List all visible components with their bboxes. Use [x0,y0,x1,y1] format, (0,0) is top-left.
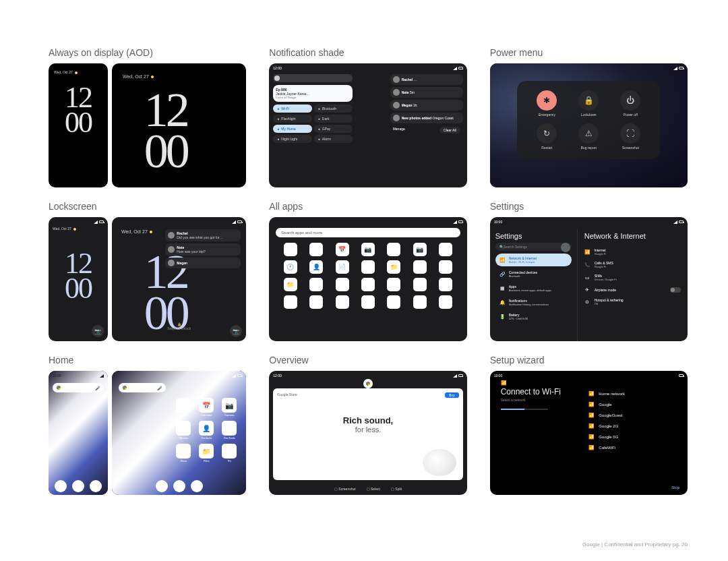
app-icon[interactable]: ● [439,243,452,256]
app-icon[interactable]: 👤 [309,260,323,274]
brightness-slider[interactable] [273,74,353,82]
app-icon[interactable]: M [439,295,452,309]
power-emergency[interactable]: ✱ [537,90,557,111]
notification-card[interactable]: RachelDid you see what you got for… [165,229,241,241]
skip-button[interactable]: Skip [671,485,679,490]
settings-search[interactable]: 🔍 Search Settings [495,243,572,251]
overview-action-screenshot[interactable]: ▢ Screenshot [334,487,356,491]
app-contacts[interactable]: 👤 [199,421,214,436]
app-files[interactable]: 📁 [199,444,214,459]
power-bug-report[interactable]: ⚠ [578,123,599,144]
qs-bluetooth[interactable]: ●Bluetooth [314,105,353,113]
power-screenshot[interactable]: ⛶ [620,123,640,144]
power-lockdown[interactable]: 🔒 [578,90,599,111]
settings-item-connected-devices[interactable]: 🔗Connected devicesBluetooth [495,268,572,280]
wifi-network[interactable]: 📶Google 5G [588,434,678,440]
settings-detail-calls-sms[interactable]: 📞Calls & SMSGoogle Fi [584,258,681,271]
qs-night light[interactable]: ●Night Light [273,135,312,143]
app-icon[interactable]: M [336,278,349,291]
app-icon[interactable]: 📁 [387,260,400,274]
notification-card[interactable]: Megan [165,258,241,268]
media-card[interactable]: Ep 986 Jackie Joyner-Kerse… Listen on Go… [273,85,353,102]
qs-alarm[interactable]: ●Alarm [314,135,353,143]
dock-app[interactable]: ▶ [90,480,102,492]
wifi-network[interactable]: 📶Google 2G [588,423,678,429]
app-icon[interactable]: 📄 [336,260,349,274]
settings-detail-airplane-mode[interactable]: ✈Airplane mode [584,284,681,295]
app-icon[interactable]: 📁 [284,278,297,291]
app-icon[interactable]: 📷 [361,243,375,256]
notification-card[interactable]: Megan 1h [390,100,463,111]
app-icon[interactable]: ▲ [336,295,349,309]
app-fit[interactable]: ♡ [222,444,237,459]
manage-button[interactable]: Manage [393,127,405,134]
app-icon[interactable]: G [387,278,400,291]
app-devtools[interactable]: ⚙ [222,421,237,436]
app-calendar[interactable]: 📅 [199,398,214,413]
notification-card[interactable]: Nate 5m [390,87,463,98]
notification-card[interactable]: NateHow was your trip? [165,243,241,256]
notification-card[interactable]: Rachel … [390,74,463,85]
allapps-search[interactable]: Search apps and more [276,228,460,237]
settings-item-battery[interactable]: 🔋Battery52% · Until 6:00 [495,310,572,323]
toggle-switch[interactable] [670,287,681,293]
power-power-off[interactable]: ⏻ [620,90,640,111]
app-icon[interactable]: ▲ [309,295,323,309]
wifi-network[interactable]: 📶Google [588,402,678,407]
overview-action-select[interactable]: ▢ Select [367,487,380,491]
qs-wi-fi[interactable]: ●Wi-Fi [273,105,312,113]
settings-detail-hotspot-tethering[interactable]: ⊙Hotspot & tetheringOff [584,295,681,308]
qs-my home[interactable]: ●My Home [273,125,312,133]
dock-app[interactable]: ▶ [191,480,203,492]
app-icon[interactable]: 📷 [413,243,427,256]
app-icon[interactable]: ● [439,260,452,274]
settings-item-network-internet[interactable]: 📶Network & InternetMobile, Wi-Fi, hotspo… [495,254,572,266]
app-chrome[interactable]: ● [176,421,191,436]
wifi-network[interactable]: 📶Home network [588,391,678,396]
overview-app-icon[interactable] [363,379,373,388]
app-icon[interactable]: 🕐 [284,260,297,274]
dock-app[interactable]: ● [173,480,185,492]
settings-item-notifications[interactable]: 🔔NotificationsNotification history, conv… [495,296,572,309]
overview-action-split[interactable]: ▢ Split [391,487,402,491]
app-icon[interactable]: 1 [284,295,297,309]
dock-app[interactable]: ● [72,480,84,492]
overview-card[interactable]: Google StoreBuy Rich sound, for less. [273,388,462,480]
notification-card[interactable]: New photos added Oregon Coast [390,113,463,123]
app-icon[interactable]: ● [387,243,400,256]
dock-app[interactable]: M [55,480,67,492]
settings-detail-sims[interactable]: ▭SIMsVerizon, Google Fi [584,271,681,284]
settings-detail-internet[interactable]: 📶InternetGoogle Fi [584,245,681,258]
app-icon[interactable]: ⋮ [439,278,452,291]
app-icon[interactable]: 🗺 [361,295,375,309]
app-icon[interactable]: ♡ [309,278,323,291]
profile-avatar-icon[interactable] [561,243,570,252]
wifi-network[interactable]: 📶CafeWiFi [588,445,678,450]
app-icon[interactable]: ▶ [413,295,427,309]
app-icon[interactable]: 📅 [336,243,349,256]
qs-gpay[interactable]: ●GPay [314,125,353,133]
app-icon[interactable]: M [387,295,400,309]
search-bar[interactable]: 🎤 [53,383,104,392]
app-camera[interactable]: 📷 [222,398,237,413]
app-icon[interactable]: M [361,278,375,291]
power-restart[interactable]: ↻ [537,123,557,144]
app-arcore[interactable]: ▲ [176,398,191,413]
app-icon[interactable]: ▲ [361,260,375,274]
qs-dark[interactable]: ●Dark [314,115,353,123]
avatar-icon [168,260,175,266]
dock-app[interactable]: M [156,480,168,492]
qs-flashlight[interactable]: ●Flashlight [273,115,312,123]
buy-button[interactable]: Buy [445,392,459,398]
search-bar[interactable]: 🎤 [119,383,166,392]
app-icon[interactable]: ▲ [309,243,323,256]
clear-all-button[interactable]: Clear All [439,127,460,134]
camera-button[interactable]: 📷 [230,325,242,337]
wifi-network[interactable]: 📶GoogleGuest [588,413,678,418]
app-icon[interactable]: G [413,278,427,291]
app-icon[interactable]: A [284,243,297,256]
settings-item-apps[interactable]: ▦AppsAssistant, recent apps, default app… [495,282,572,295]
camera-button[interactable]: 📷 [92,325,104,337]
app-drive[interactable]: ▲ [176,444,191,459]
app-icon[interactable]: ▲ [413,260,427,274]
